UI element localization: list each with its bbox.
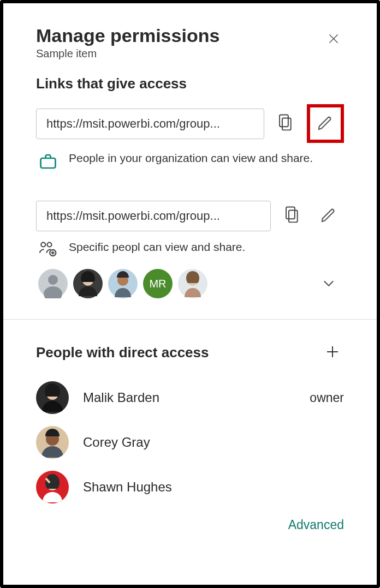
advanced-link[interactable]: Advanced (288, 518, 344, 532)
svg-rect-4 (41, 158, 56, 168)
person-row[interactable]: Corey Gray (36, 426, 344, 459)
shared-with-row: MR (36, 269, 344, 298)
avatar[interactable] (178, 269, 207, 298)
svg-rect-5 (289, 211, 298, 223)
link-description-row: Specific peopl can view and share. (36, 239, 344, 259)
link-row: https://msit.powerbi.com/group... (36, 104, 344, 143)
direct-access-section: People with direct access Malik Barden o… (3, 320, 377, 515)
avatar-initials-text: MR (149, 278, 166, 290)
close-button[interactable] (323, 28, 344, 51)
person-name: Corey Gray (83, 435, 330, 450)
link-url[interactable]: https://msit.powerbi.com/group... (36, 109, 264, 139)
link-description: Specific peopl can view and share. (69, 239, 245, 255)
direct-header: People with direct access (36, 340, 344, 365)
avatar[interactable] (73, 269, 103, 298)
plus-icon (324, 344, 341, 362)
link-block-2: https://msit.powerbi.com/group... (3, 200, 377, 298)
pencil-icon (317, 114, 334, 133)
links-heading: Links that give access (3, 75, 377, 92)
edit-link-button[interactable] (313, 200, 344, 232)
svg-point-12 (48, 275, 58, 285)
svg-point-7 (41, 243, 45, 247)
avatar[interactable] (38, 269, 68, 298)
edit-link-highlight (307, 104, 344, 143)
briefcase-icon (38, 152, 58, 173)
avatar-group: MR (38, 269, 312, 298)
person-role: owner (310, 391, 344, 405)
svg-rect-6 (286, 207, 295, 219)
copy-icon (284, 206, 300, 226)
link-row: https://msit.powerbi.com/group... (36, 200, 344, 232)
expand-shared-button[interactable] (318, 272, 340, 296)
link-description: People in your organization can view and… (69, 151, 313, 166)
people-add-icon (38, 241, 58, 259)
svg-rect-3 (280, 115, 288, 127)
copy-icon (277, 113, 294, 134)
subtitle: Sample item (36, 47, 219, 60)
svg-rect-2 (282, 118, 291, 130)
avatar[interactable] (108, 269, 138, 298)
person-row[interactable]: Malik Barden owner (36, 381, 344, 414)
panel-header: Manage permissions Sample item (3, 3, 377, 75)
person-row[interactable]: Shawn Hughes (36, 471, 344, 503)
link-block-1: https://msit.powerbi.com/group... (3, 104, 377, 173)
add-person-button[interactable] (321, 340, 344, 365)
chevron-down-icon (321, 275, 336, 292)
link-description-row: People in your organization can view and… (36, 151, 344, 173)
manage-permissions-panel: Manage permissions Sample item Links tha… (0, 0, 380, 588)
avatar (36, 426, 69, 459)
copy-link-button[interactable] (281, 202, 304, 229)
avatar (36, 381, 69, 414)
svg-point-13 (44, 286, 62, 298)
edit-link-button[interactable] (313, 111, 337, 136)
direct-heading: People with direct access (36, 344, 209, 361)
copy-link-button[interactable] (274, 110, 297, 137)
person-name: Malik Barden (83, 390, 295, 405)
svg-point-8 (48, 243, 52, 247)
page-title: Manage permissions (36, 25, 219, 46)
link-url[interactable]: https://msit.powerbi.com/group... (36, 201, 271, 231)
footer-row: Advanced (3, 515, 377, 532)
close-icon (326, 39, 341, 47)
person-name: Shawn Hughes (83, 479, 330, 495)
pencil-icon (320, 206, 337, 225)
avatar (36, 471, 69, 503)
title-block: Manage permissions Sample item (36, 25, 219, 60)
avatar-initials[interactable]: MR (143, 269, 173, 298)
